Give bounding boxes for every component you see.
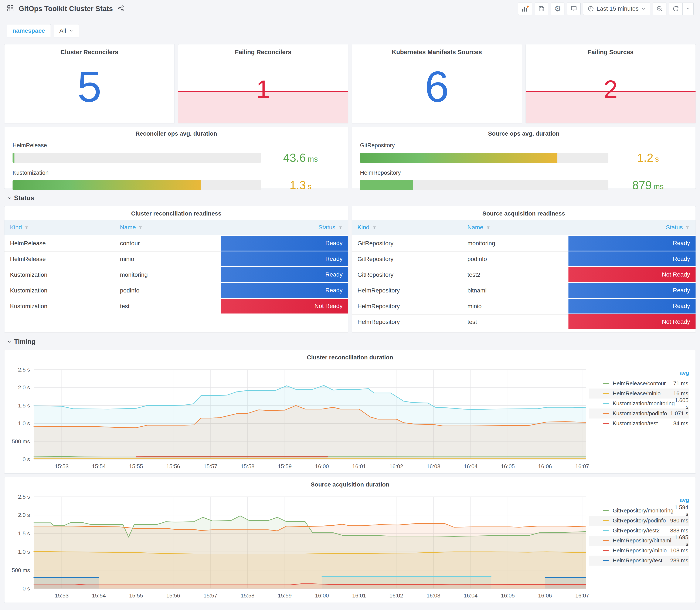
apps-grid-icon[interactable] <box>7 5 14 13</box>
legend-series-name[interactable]: HelmRelease/contour <box>613 380 673 387</box>
stat-panel-failing-reconcilers[interactable]: Failing Reconcilers 1 <box>178 44 348 123</box>
cell-name: minio <box>114 252 221 266</box>
add-panel-button[interactable] <box>518 2 532 15</box>
legend-series-avg: 338 ms <box>670 527 688 534</box>
table-panel-source-readiness[interactable]: Source acquisition readiness KindNameSta… <box>352 206 696 333</box>
legend-item[interactable]: HelmRepository/bitnami1.695 s <box>589 535 689 546</box>
legend-avg-header[interactable]: avg <box>589 369 689 379</box>
legend-item[interactable]: HelmRepository/minio108 ms <box>589 546 689 556</box>
gauge-value: 1.2s <box>608 151 687 164</box>
filter-funnel-icon[interactable] <box>25 225 29 230</box>
chevron-down-icon <box>69 29 73 33</box>
filter-funnel-icon[interactable] <box>338 225 343 230</box>
legend-series-avg: 71 ms <box>673 380 688 387</box>
x-axis-tick: 16:01 <box>352 592 366 599</box>
chart-panel-source-acquisition[interactable]: Source acquisition duration 15:5315:5415… <box>4 477 696 603</box>
zoom-out-button[interactable] <box>653 2 666 15</box>
x-axis-tick: 16:04 <box>464 463 477 469</box>
stat-panel-manifests-sources[interactable]: Kubernetes Manifests Sources 6 <box>352 44 522 123</box>
x-axis-tick: 15:58 <box>241 463 254 469</box>
legend-item[interactable]: GitRepository/podinfo980 ms <box>589 516 689 526</box>
legend-item[interactable]: HelmRelease/contour71 ms <box>589 379 689 388</box>
namespace-variable-select[interactable]: All <box>54 24 79 37</box>
legend-item[interactable]: HelmRelease/minio16 ms <box>589 388 689 399</box>
column-header-name[interactable]: Name <box>114 220 221 235</box>
x-axis-tick: 15:55 <box>129 592 143 599</box>
gauge-value: 879ms <box>608 178 687 192</box>
x-axis-tick: 16:03 <box>426 463 440 469</box>
panel-title: Source ops avg. duration <box>360 127 687 137</box>
y-axis-tick: 1.0 s <box>18 549 30 555</box>
chart-svg: 15:5315:5415:5515:5615:5715:5815:5916:00… <box>4 490 589 603</box>
table-row: GitRepositorypodinfoReady <box>352 252 696 266</box>
legend-series-name[interactable]: HelmRepository/test <box>613 557 670 564</box>
legend-item[interactable]: Kustomization/podinfo1.071 s <box>589 408 689 418</box>
table-row: GitRepositorymonitoringReady <box>352 236 696 251</box>
x-axis-tick: 15:57 <box>204 592 217 599</box>
cell-kind: HelmRelease <box>4 236 114 251</box>
x-axis-tick: 16:02 <box>389 463 403 469</box>
filter-funnel-icon[interactable] <box>372 225 377 230</box>
filter-funnel-icon[interactable] <box>139 225 143 230</box>
status-badge: Not Ready <box>568 314 696 329</box>
x-axis-tick: 16:06 <box>538 592 552 599</box>
legend-series-name[interactable]: GitRepository/monitoring <box>613 507 673 514</box>
x-axis-tick: 16:05 <box>501 592 515 599</box>
legend-series-name[interactable]: HelmRepository/bitnami <box>613 537 671 544</box>
x-axis-tick: 16:05 <box>501 463 515 469</box>
legend-series-color <box>603 413 609 414</box>
column-header-kind[interactable]: Kind <box>352 220 462 235</box>
table-panel-cluster-readiness[interactable]: Cluster reconciliation readiness KindNam… <box>4 206 348 333</box>
time-range-picker[interactable]: Last 15 minutes <box>583 2 650 15</box>
chart-panel-cluster-reconciliation[interactable]: Cluster reconciliation duration 15:5315:… <box>4 350 696 473</box>
legend-series-name[interactable]: HelmRepository/minio <box>613 547 670 554</box>
legend-item[interactable]: GitRepository/monitoring1.594 s <box>589 505 689 516</box>
gauge-panel-source-ops[interactable]: Source ops avg. duration GitRepository 1… <box>352 127 696 189</box>
status-badge: Ready <box>568 252 696 266</box>
legend-series-name[interactable]: HelmRelease/minio <box>613 390 673 397</box>
gauge-panel-reconciler-ops[interactable]: Reconciler ops avg. duration HelmRelease… <box>4 127 348 189</box>
status-badge: Not Ready <box>221 299 348 314</box>
legend-series-name[interactable]: Kustomization/monitoring <box>613 400 675 407</box>
column-header-status[interactable]: Status <box>221 220 348 235</box>
y-axis-tick: 2.0 s <box>18 384 30 391</box>
time-series-plot[interactable]: 15:5315:5415:5515:5615:5715:5815:5916:00… <box>4 490 589 603</box>
gauge-track <box>13 152 261 163</box>
save-dashboard-button[interactable] <box>535 2 548 15</box>
time-series-plot[interactable]: 15:5315:5415:5515:5615:5715:5815:5916:00… <box>4 363 589 473</box>
section-timing[interactable]: Timing <box>4 333 696 350</box>
legend-series-avg: 1.594 s <box>673 504 688 517</box>
legend-series-name[interactable]: GitRepository/podinfo <box>613 517 670 524</box>
refresh-button[interactable] <box>669 2 683 15</box>
cell-kind: GitRepository <box>352 252 462 266</box>
y-axis-tick: 500 ms <box>12 438 30 445</box>
table-row: HelmRepositorytestNot Ready <box>352 314 696 329</box>
cell-kind: HelmRelease <box>4 252 114 266</box>
x-axis-tick: 15:53 <box>55 592 69 599</box>
legend-series-avg: 1.071 s <box>670 410 688 417</box>
filter-funnel-icon[interactable] <box>486 225 490 230</box>
refresh-interval-dropdown[interactable] <box>683 2 694 15</box>
column-header-status[interactable]: Status <box>568 220 696 235</box>
column-header-name[interactable]: Name <box>462 220 568 235</box>
dashboard-settings-button[interactable]: ⚙ <box>551 2 565 15</box>
legend-series-name[interactable]: Kustomization/podinfo <box>613 410 670 417</box>
share-icon[interactable] <box>117 5 124 13</box>
table-row: GitRepositorytest2Not Ready <box>352 267 696 282</box>
legend-series-name[interactable]: Kustomization/test <box>613 420 673 427</box>
gauge-track <box>360 180 608 190</box>
legend-item[interactable]: Kustomization/test84 ms <box>589 418 689 429</box>
x-axis-tick: 16:06 <box>538 463 552 469</box>
clock-icon <box>588 5 594 12</box>
legend-series-name[interactable]: GitRepository/test2 <box>613 527 670 534</box>
legend-item[interactable]: HelmRepository/test289 ms <box>589 556 689 566</box>
filter-funnel-icon[interactable] <box>685 225 690 230</box>
stat-panel-failing-sources[interactable]: Failing Sources 2 <box>525 44 696 123</box>
cell-name: podinfo <box>114 283 221 298</box>
cycle-view-button[interactable] <box>567 2 581 15</box>
legend-series-avg: 84 ms <box>673 420 688 427</box>
column-header-kind[interactable]: Kind <box>4 220 114 235</box>
gauge-label: Kustomization <box>13 170 340 176</box>
legend-item[interactable]: Kustomization/monitoring1.605 s <box>589 399 689 408</box>
stat-panel-cluster-reconcilers[interactable]: Cluster Reconcilers 5 <box>4 44 175 123</box>
